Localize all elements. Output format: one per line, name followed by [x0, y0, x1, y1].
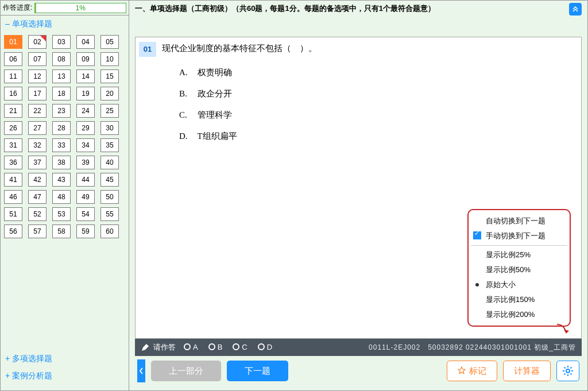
settings-auto-next[interactable]: 自动切换到下一题 — [471, 214, 567, 229]
question-nav-32[interactable]: 32 — [28, 138, 47, 152]
answer-choice-A[interactable]: A — [184, 343, 198, 351]
answer-bar: 请作答 ABCD 0011L-2EJ002 50032892 022440301… — [135, 339, 582, 356]
question-nav-3[interactable]: 03 — [52, 35, 71, 49]
question-nav-52[interactable]: 52 — [28, 207, 47, 221]
question-nav-53[interactable]: 53 — [52, 207, 71, 221]
answer-label: 请作答 — [153, 342, 176, 353]
question-nav-2[interactable]: 02 — [28, 35, 47, 49]
chevron-left-icon — [139, 367, 144, 374]
question-nav-49[interactable]: 49 — [76, 190, 95, 204]
question-nav-58[interactable]: 58 — [52, 224, 71, 238]
question-nav-18[interactable]: 18 — [52, 87, 71, 100]
option-B[interactable]: B. 政企分开 — [179, 88, 581, 99]
question-nav-41[interactable]: 41 — [4, 173, 22, 187]
question-nav-12[interactable]: 12 — [28, 69, 47, 83]
question-nav-30[interactable]: 30 — [100, 121, 119, 135]
question-nav-36[interactable]: 36 — [4, 156, 22, 169]
popup-arrow — [554, 323, 571, 337]
question-nav-34[interactable]: 34 — [76, 138, 95, 152]
answer-choice-D[interactable]: D — [258, 343, 272, 351]
question-nav-50[interactable]: 50 — [100, 190, 119, 204]
question-nav-46[interactable]: 46 — [4, 190, 22, 204]
question-nav-37[interactable]: 37 — [28, 156, 47, 169]
option-D[interactable]: D. T组织扁平 — [179, 131, 581, 142]
question-nav-47[interactable]: 47 — [28, 190, 47, 204]
answer-choice-C[interactable]: C — [233, 343, 247, 351]
svg-line-7 — [564, 373, 566, 374]
prev-section-button[interactable]: 上一部分 — [151, 361, 221, 381]
question-nav-31[interactable]: 31 — [4, 138, 22, 152]
collapse-button[interactable] — [569, 3, 582, 16]
question-nav-21[interactable]: 21 — [4, 104, 22, 118]
next-question-button[interactable]: 下一题 — [227, 361, 288, 381]
question-nav-56[interactable]: 56 — [4, 224, 22, 238]
svg-point-0 — [566, 369, 570, 373]
question-nav-39[interactable]: 39 — [76, 156, 95, 169]
question-nav-35[interactable]: 35 — [100, 138, 119, 152]
mark-button[interactable]: 标记 — [447, 361, 497, 381]
question-nav-40[interactable]: 40 — [100, 156, 119, 169]
question-nav-17[interactable]: 17 — [28, 87, 47, 100]
question-nav-16[interactable]: 16 — [4, 87, 22, 100]
pencil-icon — [141, 343, 150, 352]
question-nav-55[interactable]: 55 — [100, 207, 119, 221]
question-nav-4[interactable]: 04 — [76, 35, 95, 49]
option-A[interactable]: A. 权责明确 — [179, 67, 581, 78]
settings-zoom50[interactable]: 显示比例50% — [471, 262, 567, 277]
question-nav-28[interactable]: 28 — [52, 121, 71, 135]
question-nav-38[interactable]: 38 — [52, 156, 71, 169]
question-nav-51[interactable]: 51 — [4, 207, 22, 221]
question-nav-33[interactable]: 33 — [52, 138, 71, 152]
settings-zoom25[interactable]: 显示比例25% — [471, 247, 567, 262]
section-single-choice[interactable]: 单项选择题 — [1, 16, 129, 33]
progress-text: 1% — [76, 4, 86, 12]
question-nav-57[interactable]: 57 — [28, 224, 47, 238]
question-nav-19[interactable]: 19 — [76, 87, 95, 100]
question-nav-10[interactable]: 10 — [100, 52, 119, 66]
question-nav-9[interactable]: 09 — [76, 52, 95, 66]
question-number-chip: 01 — [139, 42, 156, 57]
settings-manual-next[interactable]: 手动切换到下一题 — [471, 229, 567, 243]
question-nav-54[interactable]: 54 — [76, 207, 95, 221]
option-C[interactable]: C. 管理科学 — [179, 110, 581, 121]
question-nav-22[interactable]: 22 — [28, 104, 47, 118]
question-nav-6[interactable]: 06 — [4, 52, 22, 66]
nav-handle-left[interactable] — [137, 359, 145, 382]
question-nav-5[interactable]: 05 — [100, 35, 119, 49]
question-nav-11[interactable]: 11 — [4, 69, 22, 83]
question-nav-23[interactable]: 23 — [52, 104, 71, 118]
question-nav-60[interactable]: 60 — [100, 224, 119, 238]
question-nav-48[interactable]: 48 — [52, 190, 71, 204]
question-nav-44[interactable]: 44 — [76, 173, 95, 187]
question-nav-45[interactable]: 45 — [100, 173, 119, 187]
question-nav-14[interactable]: 14 — [76, 69, 95, 83]
settings-zoom-orig[interactable]: 原始大小 — [471, 277, 567, 292]
question-nav-1[interactable]: 01 — [4, 35, 22, 49]
progress-fill — [35, 3, 36, 13]
question-nav-26[interactable]: 26 — [4, 121, 22, 135]
question-nav-27[interactable]: 27 — [28, 121, 47, 135]
calculator-button[interactable]: 计算器 — [503, 361, 551, 381]
question-nav-42[interactable]: 42 — [28, 173, 47, 187]
question-nav-43[interactable]: 43 — [52, 173, 71, 187]
question-nav-15[interactable]: 15 — [100, 69, 119, 83]
question-nav-25[interactable]: 25 — [100, 104, 119, 118]
settings-zoom150[interactable]: 显示比例150% — [471, 292, 567, 307]
question-nav-29[interactable]: 29 — [76, 121, 95, 135]
answer-choice-B[interactable]: B — [208, 343, 223, 351]
question-nav-20[interactable]: 20 — [100, 87, 119, 100]
settings-button[interactable] — [556, 361, 579, 381]
settings-zoom200[interactable]: 显示比例200% — [471, 307, 567, 322]
main-area: 一、单项选择题（工商初级）（共60题，每题1分。每题的备选项中，只有1个最符合题… — [129, 1, 587, 390]
question-nav-7[interactable]: 07 — [28, 52, 47, 66]
svg-line-6 — [570, 373, 571, 374]
question-nav-24[interactable]: 24 — [76, 104, 95, 118]
section-case-analysis[interactable]: 案例分析题 — [1, 367, 129, 385]
question-nav-13[interactable]: 13 — [52, 69, 71, 83]
question-grid: 0102030405060708091011121314151617181920… — [1, 33, 129, 241]
sidebar: 作答进度: 1% 单项选择题 0102030405060708091011121… — [1, 1, 129, 390]
section-multi-choice[interactable]: 多项选择题 — [1, 350, 129, 367]
section-header: 一、单项选择题（工商初级）（共60题，每题1分。每题的备选项中，只有1个最符合题… — [129, 1, 587, 32]
question-nav-59[interactable]: 59 — [76, 224, 95, 238]
question-nav-8[interactable]: 08 — [52, 52, 71, 66]
